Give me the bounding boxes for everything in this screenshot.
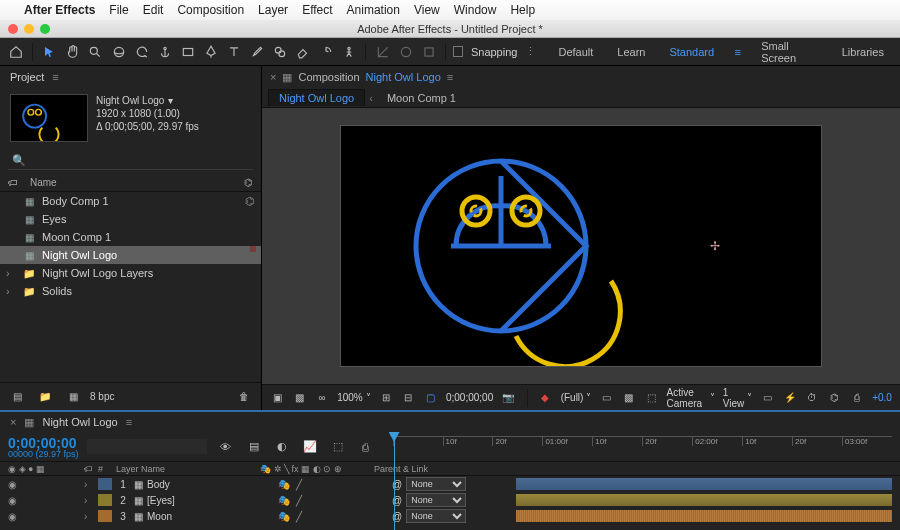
trash-button[interactable]: 🗑 bbox=[233, 386, 255, 408]
always-preview-icon[interactable]: ▣ bbox=[270, 387, 284, 409]
layer-bar[interactable] bbox=[516, 494, 892, 506]
search-input[interactable] bbox=[32, 155, 249, 167]
interpret-icon[interactable]: ▤ bbox=[6, 386, 28, 408]
lock-icon[interactable]: ▦ bbox=[282, 71, 292, 84]
list-item[interactable]: ›📁Night Owl Logo Layers bbox=[0, 264, 261, 282]
parent-select[interactable]: None bbox=[406, 509, 466, 523]
minimize-window-button[interactable] bbox=[24, 24, 34, 34]
playhead[interactable] bbox=[394, 432, 395, 530]
list-item[interactable]: ▦Moon Comp 1 bbox=[0, 228, 261, 246]
close-tab-icon[interactable]: × bbox=[10, 416, 16, 428]
panel-menu-icon[interactable]: ≡ bbox=[52, 71, 58, 83]
panel-menu-icon[interactable]: ≡ bbox=[126, 416, 132, 428]
motion-blur-icon[interactable]: ◐ bbox=[271, 436, 293, 458]
col-parent[interactable]: Parent & Link bbox=[374, 464, 494, 474]
menu-composition[interactable]: Composition bbox=[177, 3, 244, 17]
label-swatch[interactable] bbox=[98, 510, 112, 522]
workspace-default[interactable]: Default bbox=[548, 46, 603, 58]
puppet-tool[interactable] bbox=[339, 41, 358, 63]
dropdown-icon[interactable]: ▾ bbox=[168, 94, 173, 107]
tab-moon-comp[interactable]: Moon Comp 1 bbox=[377, 90, 466, 106]
anchor-tool[interactable] bbox=[155, 41, 174, 63]
home-button[interactable] bbox=[6, 41, 25, 63]
menu-layer[interactable]: Layer bbox=[258, 3, 288, 17]
current-time[interactable]: 0;00;00;00 bbox=[446, 392, 493, 403]
layer-row[interactable]: ◉ › 2 ▦[Eyes] 🎭╱ @None bbox=[0, 492, 900, 508]
world-axis-icon[interactable] bbox=[396, 41, 415, 63]
bpc-label[interactable]: 8 bpc bbox=[90, 391, 114, 402]
grid-icon[interactable]: ⊟ bbox=[401, 387, 415, 409]
flowchart-icon[interactable]: ⌬ bbox=[245, 195, 255, 208]
project-search[interactable]: 🔍 bbox=[8, 152, 253, 170]
visibility-icon[interactable]: ◉ bbox=[8, 495, 17, 506]
frame-blend-icon[interactable]: ▤ bbox=[243, 436, 265, 458]
eraser-tool[interactable] bbox=[293, 41, 312, 63]
roi-icon[interactable]: ▭ bbox=[599, 387, 613, 409]
camera-dropdown[interactable]: Active Camera ˅ bbox=[667, 387, 715, 409]
hand-tool[interactable] bbox=[63, 41, 82, 63]
mask-icon[interactable]: ∞ bbox=[315, 387, 329, 409]
local-axis-icon[interactable] bbox=[373, 41, 392, 63]
roto-tool[interactable] bbox=[316, 41, 335, 63]
app-name[interactable]: After Effects bbox=[24, 3, 95, 17]
timeline-icon[interactable]: ⏱ bbox=[805, 387, 819, 409]
menu-file[interactable]: File bbox=[109, 3, 128, 17]
type-tool[interactable] bbox=[224, 41, 243, 63]
expand-icon[interactable]: › bbox=[6, 285, 16, 297]
expand-icon[interactable]: › bbox=[84, 495, 94, 506]
workspace-standard[interactable]: Standard bbox=[659, 46, 724, 58]
orbit-tool[interactable] bbox=[109, 41, 128, 63]
views-dropdown[interactable]: 1 View ˅ bbox=[723, 387, 753, 409]
label-swatch[interactable] bbox=[98, 494, 112, 506]
expand-icon[interactable]: › bbox=[84, 511, 94, 522]
time-ruler[interactable]: 10f 20f 01:00f 10f 20f 02:00f 10f 20f 03… bbox=[393, 432, 892, 461]
comp-thumbnail[interactable] bbox=[10, 94, 88, 142]
zoom-dropdown[interactable]: 100% ˅ bbox=[337, 392, 371, 403]
safe-zones-icon[interactable]: ⊞ bbox=[379, 387, 393, 409]
anchor-point-icon[interactable]: ✢ bbox=[710, 239, 720, 253]
transparency-icon[interactable]: ▩ bbox=[622, 387, 636, 409]
panel-menu-icon[interactable]: ≡ bbox=[447, 71, 453, 83]
layer-bar[interactable] bbox=[516, 478, 892, 490]
snapshot-icon[interactable]: 📷 bbox=[501, 387, 515, 409]
draft3d-icon[interactable]: ⬚ bbox=[327, 436, 349, 458]
flowchart-icon[interactable]: ⌬ bbox=[827, 387, 841, 409]
snap-opts-icon[interactable]: ⋮ bbox=[521, 41, 540, 63]
list-item[interactable]: ▦Eyes bbox=[0, 210, 261, 228]
shy-icon[interactable]: 👁 bbox=[215, 436, 237, 458]
expand-icon[interactable]: › bbox=[6, 267, 16, 279]
menu-animation[interactable]: Animation bbox=[347, 3, 400, 17]
expand-icon[interactable]: › bbox=[84, 479, 94, 490]
layer-row[interactable]: ◉ › 3 ▦Moon 🎭╱ @None bbox=[0, 508, 900, 524]
pen-tool[interactable] bbox=[201, 41, 220, 63]
workspace-libraries[interactable]: Libraries bbox=[832, 46, 894, 58]
3d-view-icon[interactable]: ⬚ bbox=[644, 387, 658, 409]
render-icon[interactable]: ⎙ bbox=[850, 387, 864, 409]
comp-canvas[interactable]: ✢ bbox=[341, 126, 821, 366]
menu-edit[interactable]: Edit bbox=[143, 3, 164, 17]
rect-tool[interactable] bbox=[178, 41, 197, 63]
zoom-tool[interactable] bbox=[86, 41, 105, 63]
col-name[interactable]: Name bbox=[30, 177, 236, 188]
label-swatch[interactable] bbox=[98, 478, 112, 490]
clone-tool[interactable] bbox=[270, 41, 289, 63]
menu-effect[interactable]: Effect bbox=[302, 3, 332, 17]
list-item[interactable]: ▦Body Comp 1⌬ bbox=[0, 192, 261, 210]
parent-select[interactable]: None bbox=[406, 493, 466, 507]
menu-window[interactable]: Window bbox=[454, 3, 497, 17]
brush-tool[interactable] bbox=[247, 41, 266, 63]
list-item[interactable]: ▦Night Owl Logo bbox=[0, 246, 261, 264]
pixel-aspect-icon[interactable]: ▭ bbox=[760, 387, 774, 409]
render-icon[interactable]: ⎙ bbox=[355, 436, 377, 458]
parent-select[interactable]: None bbox=[406, 477, 466, 491]
snapping-checkbox[interactable] bbox=[453, 46, 463, 57]
layer-search[interactable] bbox=[87, 439, 207, 454]
selection-tool[interactable] bbox=[40, 41, 59, 63]
workspace-menu-icon[interactable]: ≡ bbox=[728, 41, 747, 63]
layer-bar[interactable] bbox=[516, 510, 892, 522]
zoom-window-button[interactable] bbox=[40, 24, 50, 34]
channels-icon[interactable]: ◆ bbox=[538, 387, 552, 409]
flowchart-icon[interactable]: ⌬ bbox=[244, 177, 253, 188]
col-layer-name[interactable]: Layer Name bbox=[116, 464, 256, 474]
view-axis-icon[interactable] bbox=[419, 41, 438, 63]
